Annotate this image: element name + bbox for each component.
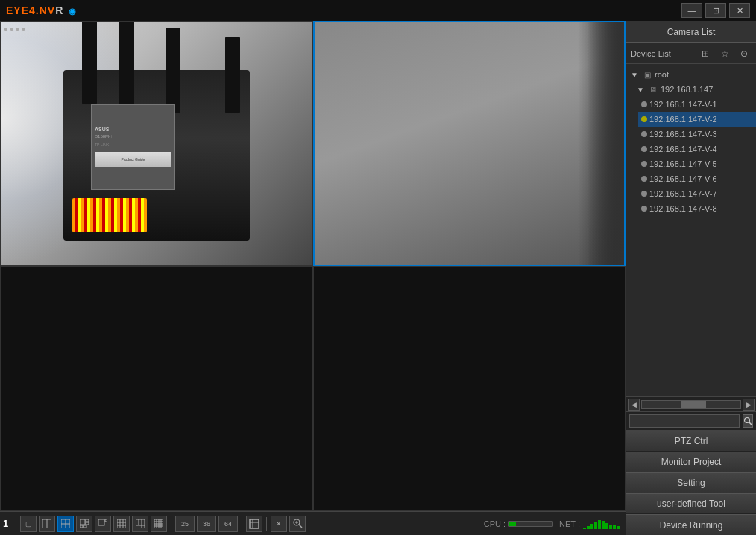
layout-25-button[interactable]: 25 [175, 516, 195, 532]
setting-button[interactable]: Setting [626, 472, 756, 493]
restore-button[interactable]: ⊡ [705, 3, 726, 18]
video-grid: ASUS B150M-↑ TP-LINK Product Guide ● ● ●… [0, 21, 626, 511]
device-list-star-icon[interactable]: ☆ [717, 47, 732, 60]
video-cell-2[interactable] [313, 21, 626, 266]
search-button[interactable] [743, 414, 753, 428]
user-defined-tool-button[interactable]: user-defined Tool [626, 493, 756, 514]
close-button[interactable]: ✕ [729, 3, 750, 18]
layout-single-button[interactable]: ▢ [20, 516, 37, 532]
channel-v3-label: 192.168.1.147-V-3 [649, 130, 717, 139]
net-bar-2 [587, 526, 590, 529]
cpu-bar [508, 521, 553, 527]
device-running-button[interactable]: Device Running [626, 514, 756, 535]
tree-channel-v2[interactable]: 192.168.1.147-V-2 [638, 112, 756, 127]
label-model: B150M-↑ [95, 134, 171, 139]
svg-rect-8 [80, 525, 83, 528]
antenna-2 [119, 21, 134, 113]
tree-channel-v7[interactable]: 192.168.1.147-V-7 [638, 186, 756, 201]
channel-v2-label: 192.168.1.147-V-2 [649, 115, 717, 124]
bottom-toolbar: 1 ▢ 25 [0, 511, 626, 535]
logo-accent: NV [40, 4, 55, 16]
net-bar-7 [605, 523, 608, 529]
antenna-4 [225, 37, 240, 113]
svg-line-36 [749, 422, 752, 425]
camera-feed-2 [315, 22, 625, 265]
cam2-right-shadow [587, 22, 624, 265]
antenna-1 [82, 21, 97, 104]
main-content: ASUS B150M-↑ TP-LINK Product Guide ● ● ●… [0, 21, 756, 535]
search-bar [626, 411, 756, 431]
cables [72, 198, 147, 232]
layout-1plus7-button[interactable] [95, 516, 111, 532]
scroll-left-button[interactable]: ◀ [628, 399, 640, 411]
device-list-clock-icon[interactable]: ⊙ [737, 47, 752, 60]
net-bar-10 [617, 526, 620, 529]
layout-4x4-button[interactable] [151, 516, 167, 532]
zoom-button[interactable] [289, 516, 306, 532]
net-bars [583, 519, 620, 529]
camera-list-header: Camera List [626, 21, 756, 43]
minimize-button[interactable]: — [681, 3, 702, 18]
title-bar: EYE4.NVR ◉ — ⊡ ✕ [0, 0, 756, 21]
layout-2x2-button[interactable] [57, 516, 74, 532]
logo-text: EYE4. [6, 4, 40, 16]
net-label: NET : [559, 519, 580, 528]
video-cell-1[interactable]: ASUS B150M-↑ TP-LINK Product Guide ● ● ●… [0, 21, 313, 266]
monitor-project-button[interactable]: Monitor Project [626, 452, 756, 472]
toolbar-separator-3 [266, 517, 267, 531]
status-area: CPU : NET : [308, 519, 623, 529]
svg-line-32 [299, 525, 302, 528]
scroll-track[interactable] [641, 400, 741, 409]
ptz-ctrl-button[interactable]: PTZ Ctrl [626, 431, 756, 452]
channel-v4-label: 192.168.1.147-V-4 [649, 145, 717, 153]
layout-1plus1-button[interactable] [39, 516, 55, 532]
channel-v3-status-dot [641, 131, 647, 137]
channel-number: 1 [3, 518, 15, 529]
camera-feed-4-empty [314, 267, 626, 510]
device-list-grid-icon[interactable]: ⊞ [698, 47, 713, 60]
layout-1plus5-button[interactable] [76, 516, 92, 532]
camera-feed-1: ASUS B150M-↑ TP-LINK Product Guide [1, 22, 312, 265]
svg-rect-10 [98, 519, 104, 525]
emap-button[interactable] [246, 516, 262, 532]
tree-channel-v5[interactable]: 192.168.1.147-V-5 [638, 156, 756, 171]
layout-64-button[interactable]: 64 [218, 516, 238, 532]
channel-v1-label: 192.168.1.147-V-1 [649, 100, 717, 109]
window-controls: — ⊡ ✕ [681, 3, 750, 18]
tree-channel-v8[interactable]: 192.168.1.147-V-8 [638, 201, 756, 216]
app-logo: EYE4.NVR ◉ [6, 4, 77, 16]
channel-v5-label: 192.168.1.147-V-5 [649, 159, 717, 168]
channel-v8-label: 192.168.1.147-V-8 [649, 204, 717, 213]
video-cell-3[interactable] [0, 266, 313, 511]
layout-3x3-button[interactable] [113, 516, 130, 532]
net-bar-4 [594, 522, 597, 529]
antenna-3 [166, 28, 180, 113]
channel-v5-status-dot [641, 161, 647, 167]
device-expand-icon: ▼ [635, 84, 646, 95]
search-input[interactable] [629, 414, 740, 428]
tree-channel-v4[interactable]: 192.168.1.147-V-4 [638, 142, 756, 156]
tree-channel-v1[interactable]: 192.168.1.147-V-1 [638, 97, 756, 112]
cell-1-overlay: ● ● ● ● [4, 25, 25, 33]
label-card: Product Guide [95, 152, 171, 167]
tree-channel-v3[interactable]: 192.168.1.147-V-3 [638, 127, 756, 142]
close-all-button[interactable]: ✕ [271, 516, 287, 532]
channel-v7-status-dot [641, 191, 647, 197]
channel-v2-status-dot [641, 116, 647, 122]
layout-mixed-button[interactable] [132, 516, 148, 532]
scroll-right-button[interactable]: ▶ [743, 399, 755, 411]
cpu-monitor: CPU : [484, 519, 553, 528]
tree-channel-v6[interactable]: 192.168.1.147-V-6 [638, 171, 756, 186]
video-cell-4[interactable] [313, 266, 626, 511]
tree-device[interactable]: ▼ 🖥 192.168.1.147 [632, 82, 756, 97]
cpu-label: CPU : [484, 519, 505, 528]
label-card-text: Product Guide [121, 157, 145, 162]
label-desc: TP-LINK [95, 142, 171, 147]
svg-rect-9 [84, 525, 86, 528]
net-monitor: NET : [559, 519, 620, 529]
device-list-bar: Device List ⊞ ☆ ⊙ [626, 43, 756, 64]
video-area: ASUS B150M-↑ TP-LINK Product Guide ● ● ●… [0, 21, 626, 535]
cell-1-info: ● ● ● ● [4, 25, 25, 33]
layout-36-button[interactable]: 36 [197, 516, 216, 532]
tree-root[interactable]: ▼ ▣ root [626, 67, 756, 82]
